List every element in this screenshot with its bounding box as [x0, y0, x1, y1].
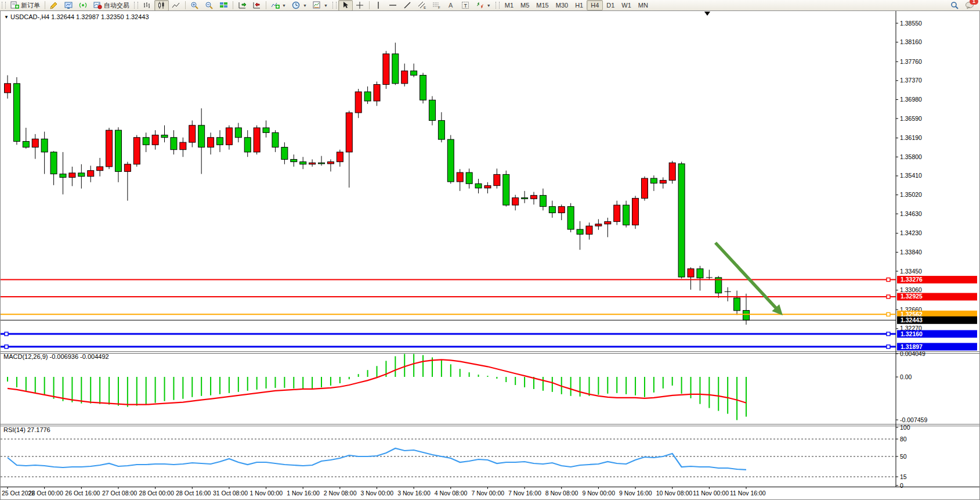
line-handle[interactable]: [5, 332, 8, 336]
tab-m5[interactable]: M5: [517, 1, 533, 10]
toolbar-grip[interactable]: [2, 2, 6, 9]
new-order-button[interactable]: 新订单: [8, 0, 43, 11]
line-handle[interactable]: [5, 345, 8, 348]
line-handle[interactable]: [887, 312, 890, 316]
line-handle[interactable]: [887, 295, 890, 298]
svg-text:80: 80: [900, 436, 907, 443]
svg-text:27 Oct 08:00: 27 Oct 08:00: [102, 490, 137, 497]
svg-text:0: 0: [900, 482, 903, 489]
svg-text:1.32160: 1.32160: [901, 330, 923, 337]
line-handle[interactable]: [887, 278, 890, 282]
chart-legend: ▼ USDCAD-,H4 1.32644 1.32987 1.32350 1.3…: [4, 13, 149, 20]
svg-text:3 Nov 00:00: 3 Nov 00:00: [361, 490, 394, 497]
dropdown-caret-icon: ▼: [324, 3, 328, 8]
svg-text:28 Oct 00:00: 28 Oct 00:00: [139, 490, 174, 497]
vertical-line-button[interactable]: [371, 0, 386, 11]
templates-button[interactable]: ▼: [310, 0, 331, 11]
fibonacci-icon: F: [432, 1, 441, 9]
crosshair-button[interactable]: [353, 0, 367, 11]
macd-main-value: -0.006936: [49, 353, 78, 360]
toolbar-grip[interactable]: [496, 2, 500, 9]
market-watch-button[interactable]: [62, 0, 76, 11]
svg-text:1.36980: 1.36980: [900, 96, 922, 103]
metaeditor-button[interactable]: [47, 0, 62, 11]
svg-text:1.37760: 1.37760: [900, 58, 922, 65]
text-tool-icon: A: [447, 1, 455, 9]
tab-w1[interactable]: W1: [618, 1, 635, 10]
tile-windows-icon: [219, 1, 228, 9]
tab-mn[interactable]: MN: [635, 1, 652, 10]
templates-icon: [313, 1, 321, 9]
notifications-button[interactable]: 1: [962, 0, 977, 11]
text-label-button[interactable]: T: [458, 0, 473, 11]
notification-badge: 1: [970, 0, 978, 5]
indicators-icon: [271, 1, 280, 9]
svg-text:E: E: [424, 6, 426, 9]
zoom-in-icon: [190, 1, 199, 9]
bar-chart-icon: [143, 1, 151, 9]
autotrading-label: 自动交易: [104, 1, 129, 10]
svg-text:0.00: 0.00: [900, 373, 912, 380]
autotrading-icon: [93, 1, 102, 9]
trendline-button[interactable]: [400, 0, 415, 11]
legend-open: 1.32644: [51, 13, 74, 20]
periods-button[interactable]: ▼: [289, 0, 310, 11]
zoom-out-icon: [205, 1, 214, 9]
candle: [632, 196, 639, 229]
tab-d1[interactable]: D1: [603, 1, 618, 10]
metatrader-window: 新订单 自动交易: [0, 0, 980, 500]
svg-text:1.33840: 1.33840: [900, 249, 922, 256]
horizontal-line-button[interactable]: [386, 0, 400, 11]
svg-text:15: 15: [900, 473, 907, 480]
svg-text:1.34630: 1.34630: [900, 210, 922, 217]
toolbar-grip[interactable]: [332, 2, 337, 9]
svg-text:4 Nov 08:00: 4 Nov 08:00: [435, 490, 468, 497]
auto-scroll-button[interactable]: [235, 0, 249, 11]
bar-chart-button[interactable]: [140, 0, 154, 11]
price-line-badge: 1.32160: [897, 330, 977, 338]
market-watch-icon: [64, 1, 73, 9]
line-handle[interactable]: [887, 345, 890, 348]
tab-h1[interactable]: H1: [572, 1, 587, 10]
zoom-out-button[interactable]: [202, 0, 216, 11]
arrows-tool-button[interactable]: ▼: [473, 0, 494, 11]
tab-m1[interactable]: M1: [501, 1, 517, 10]
one-click-collapse-icon[interactable]: ▼: [4, 15, 9, 20]
candle: [420, 73, 426, 103]
svg-text:1.35020: 1.35020: [900, 191, 922, 198]
chart-shift-button[interactable]: [249, 0, 264, 11]
zoom-in-button[interactable]: [187, 0, 202, 11]
svg-text:1.32443: 1.32443: [901, 316, 923, 323]
candle: [567, 203, 574, 232]
indicators-button[interactable]: ▼: [268, 0, 289, 11]
rsi-indicator-label: RSI(14) 27.1776: [3, 426, 50, 433]
price-line-badge: 1.31897: [897, 343, 977, 351]
signals-button[interactable]: [76, 0, 91, 11]
line-handle[interactable]: [887, 332, 890, 336]
candle: [254, 125, 260, 154]
search-button[interactable]: [948, 0, 962, 11]
candle: [641, 177, 648, 201]
svg-text:26 Oct 16:00: 26 Oct 16:00: [65, 490, 100, 497]
line-chart-button[interactable]: [169, 0, 183, 11]
dropdown-caret-icon: ▼: [282, 3, 286, 8]
toolbar-grip[interactable]: [134, 2, 138, 9]
cursor-button[interactable]: [338, 0, 353, 11]
equidistant-channel-button[interactable]: E: [415, 0, 429, 11]
svg-text:1.38550: 1.38550: [900, 20, 922, 27]
fibonacci-button[interactable]: F: [429, 0, 444, 11]
tab-m15[interactable]: M15: [533, 1, 552, 10]
tab-m30[interactable]: M30: [552, 1, 572, 10]
search-icon: [950, 1, 959, 9]
signals-icon: [79, 1, 88, 9]
svg-text:1 Nov 00:00: 1 Nov 00:00: [250, 490, 283, 497]
candlestick-chart-button[interactable]: [154, 0, 169, 11]
tab-h4[interactable]: H4: [587, 0, 603, 10]
svg-text:1.36590: 1.36590: [900, 115, 922, 122]
autotrading-button[interactable]: 自动交易: [91, 0, 132, 11]
svg-text:10 Nov 08:00: 10 Nov 08:00: [656, 490, 693, 497]
text-tool-button[interactable]: A: [444, 0, 458, 11]
chart-canvas[interactable]: 1.385501.381601.377601.373701.369801.365…: [1, 11, 979, 499]
price-line-badge: 1.33276: [897, 276, 977, 283]
tile-windows-button[interactable]: [216, 0, 231, 11]
